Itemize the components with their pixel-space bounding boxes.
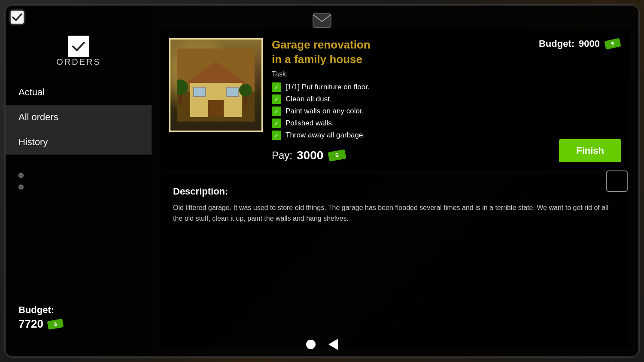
svg-rect-12: [226, 87, 238, 97]
sidebar-dots: [18, 173, 24, 189]
svg-rect-1: [313, 14, 331, 27]
house-illustration: [177, 49, 255, 122]
home-button[interactable]: [306, 340, 316, 349]
sidebar-item-history[interactable]: History: [6, 130, 152, 155]
description-text: Old littered garage. It was used to stor…: [173, 202, 617, 224]
order-money-icon: $: [604, 38, 621, 50]
svg-rect-11: [194, 87, 206, 97]
description-panel: Description: Old littered garage. It was…: [160, 175, 630, 348]
description-title: Description:: [173, 186, 617, 197]
task-text-2: Clean all dust.: [286, 95, 332, 103]
order-task-label: Task:: [272, 70, 621, 78]
orders-icon: [68, 36, 89, 57]
pay-label: Pay:: [272, 149, 292, 161]
task-text-1: [1/1] Put furniture on floor.: [286, 83, 370, 91]
task-check-4: ✓: [272, 119, 281, 128]
sidebar-dot-1: [18, 173, 24, 178]
task-text-5: Throw away all garbage.: [286, 131, 365, 140]
task-item-4: ✓ Polished walls.: [272, 119, 621, 128]
sidebar-budget-label: Budget:: [18, 304, 64, 316]
task-check-3: ✓: [272, 106, 281, 116]
back-button[interactable]: [328, 339, 338, 350]
task-item-2: ✓ Clean all dust.: [272, 94, 621, 104]
task-item-3: ✓ Paint walls on any color.: [272, 106, 621, 116]
task-check-5: ✓: [272, 131, 281, 140]
order-panel: Budget: 9000 $: [160, 29, 630, 171]
mail-icon[interactable]: [311, 12, 333, 29]
sidebar-money-icon: $: [47, 318, 64, 330]
sidebar-budget: Budget: 7720 $: [18, 304, 64, 331]
sidebar-item-actual[interactable]: Actual: [6, 80, 152, 105]
pay-money-icon: $: [328, 149, 347, 162]
task-list: ✓ [1/1] Put furniture on floor. ✓ Clean …: [272, 82, 621, 140]
sidebar-navigation: Actual All orders History: [6, 80, 152, 155]
orders-label: ORDERS: [56, 57, 101, 67]
task-text-3: Paint walls on any color.: [286, 107, 364, 116]
order-budget-label: Budget:: [539, 38, 574, 49]
main-content: Budget: 9000 $: [152, 6, 638, 356]
sidebar-item-all-orders[interactable]: All orders: [6, 105, 152, 130]
order-image: [169, 38, 263, 132]
svg-point-16: [239, 84, 252, 97]
right-action-button[interactable]: [606, 170, 628, 192]
sidebar-dot-2: [18, 184, 24, 189]
pay-amount: 3000: [297, 149, 323, 162]
svg-rect-10: [208, 100, 224, 117]
task-item-5: ✓ Throw away all garbage.: [272, 131, 621, 140]
corner-check-badge: [9, 9, 25, 25]
finish-button[interactable]: Finish: [559, 139, 621, 162]
task-check-1: ✓: [272, 82, 281, 92]
task-item-1: ✓ [1/1] Put furniture on floor.: [272, 82, 621, 92]
task-text-4: Polished walls.: [286, 119, 334, 128]
order-budget-amount: 9000: [579, 38, 600, 49]
task-check-2: ✓: [272, 94, 281, 104]
order-budget: Budget: 9000 $: [539, 38, 621, 50]
sidebar: ORDERS Actual All orders History Budget:…: [6, 6, 152, 356]
bottom-navigation: [306, 339, 338, 350]
sidebar-budget-amount: 7720: [18, 317, 43, 331]
tablet-frame: ORDERS Actual All orders History Budget:…: [4, 4, 640, 358]
